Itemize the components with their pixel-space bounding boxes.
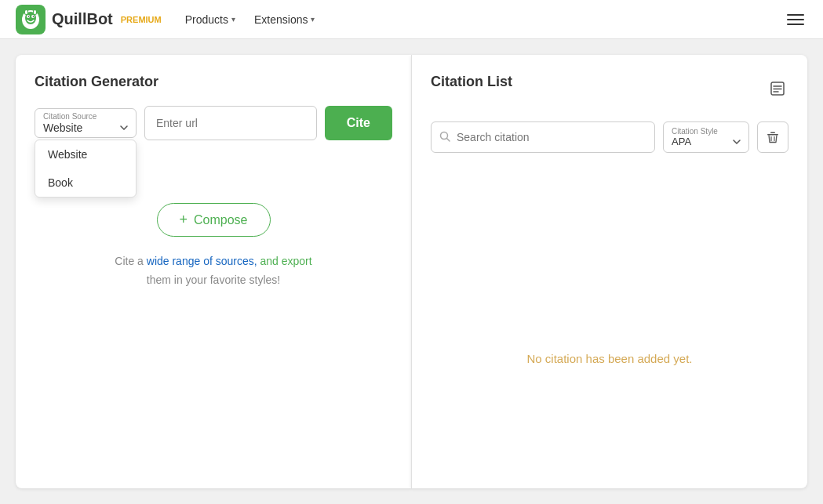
svg-line-16 [447,138,450,141]
dropdown-option-book[interactable]: Book [35,169,136,197]
main-content: Citation Generator Citation Source Websi… [0,39,823,504]
svg-point-6 [33,16,35,17]
svg-rect-18 [770,132,775,134]
dropdown-option-website[interactable]: Website [35,140,136,169]
products-label: Products [185,13,228,26]
extensions-chevron-icon: ▾ [311,15,315,24]
notes-icon-button[interactable] [767,78,788,102]
citation-list-header: Citation List [431,74,788,106]
compose-button-label: Compose [194,213,247,227]
compose-description: Cite a wide range of sources, and export… [115,252,311,290]
products-nav-item[interactable]: Products ▾ [185,13,235,26]
notes-icon [770,81,785,96]
source-label-value: Website [43,121,128,134]
svg-rect-9 [25,10,27,14]
search-input-wrap [431,121,655,153]
quillbot-logo-icon [16,5,46,34]
citation-style-label: Citation Style [672,127,718,136]
source-dropdown-menu: Website Book [35,140,137,198]
extensions-label: Extensions [254,13,308,26]
compose-desc-highlight-blue: wide range of sources, [147,255,257,267]
navbar: QuillBot PREMIUM Products ▾ Extensions ▾ [0,0,823,39]
hamburger-line-1 [787,14,804,16]
citation-generator-title: Citation Generator [35,74,392,90]
delete-citations-button[interactable] [757,121,788,153]
source-dropdown[interactable]: Citation Source Website Website Book [35,108,137,138]
svg-rect-17 [767,134,778,136]
source-dropdown-button[interactable]: Citation Source Website [35,108,137,138]
cite-input-row: Citation Source Website Website Book Cit… [35,106,392,140]
extensions-nav-item[interactable]: Extensions ▾ [254,13,315,26]
citation-generator-panel: Citation Generator Citation Source Websi… [16,55,411,488]
url-input[interactable] [144,106,317,140]
style-dropdown-arrow-icon [733,140,741,144]
premium-badge: PREMIUM [121,15,162,24]
search-row: Citation Style APA [431,121,788,153]
compose-desc-highlight-green: and export [260,255,312,267]
compose-button[interactable]: + Compose [157,203,271,237]
compose-desc-line2: them in your favorite styles! [115,271,311,290]
products-chevron-icon: ▾ [231,15,235,24]
hamburger-button[interactable] [784,11,807,28]
hamburger-line-2 [787,19,804,20]
empty-state-text: No citation has been added yet. [527,352,693,365]
nav-links: Products ▾ Extensions ▾ [185,13,315,26]
empty-state: No citation has been added yet. [431,200,788,504]
citation-list-panel: Citation List [411,55,807,488]
citation-style-dropdown[interactable]: Citation Style APA [663,121,749,153]
hamburger-line-3 [787,24,804,25]
dropdown-arrow-icon [120,125,128,130]
cite-button[interactable]: Cite [325,106,392,140]
trash-icon [767,131,779,143]
source-label-small: Citation Source [43,112,128,121]
citation-style-value: APA [672,136,741,147]
search-citation-input[interactable] [457,131,646,143]
citation-list-title: Citation List [431,74,512,90]
logo-area: QuillBot PREMIUM [16,5,162,34]
compose-area: + Compose Cite a wide range of sources, … [35,203,392,290]
logo-text: QuillBot [52,10,113,28]
compose-plus-icon: + [180,212,188,228]
svg-rect-10 [34,10,36,14]
citation-header-right [767,78,788,102]
compose-desc-line1: Cite a wide range of sources, and export [115,252,311,271]
svg-point-5 [28,16,30,17]
search-icon [439,131,450,144]
